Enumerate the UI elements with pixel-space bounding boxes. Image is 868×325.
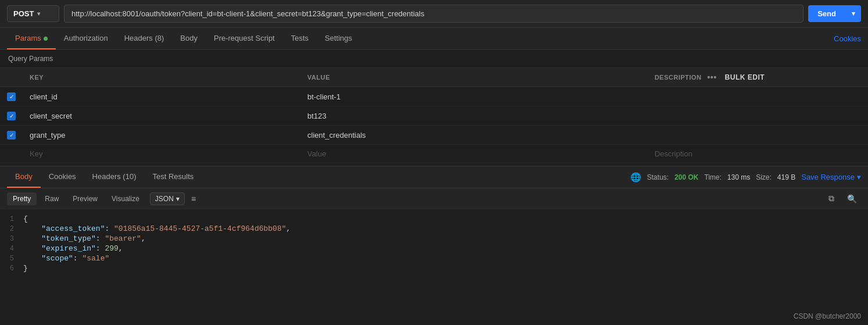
top-bar: POST ▾ Send ▾	[0, 0, 868, 28]
search-button[interactable]: 🔍	[843, 192, 861, 206]
fmt-tab-raw[interactable]: Raw	[39, 192, 64, 205]
row1-description[interactable]	[648, 87, 868, 106]
params-dot	[44, 37, 48, 41]
more-options-icon[interactable]: •••	[707, 73, 716, 82]
fmt-tab-preview[interactable]: Preview	[67, 192, 103, 205]
row1-checkbox[interactable]	[7, 92, 16, 101]
row2-checkbox[interactable]	[7, 112, 16, 120]
table-row-placeholder: Key Value Description	[0, 145, 868, 163]
row3-value[interactable]: client_credentials	[300, 126, 648, 145]
table-row: client_secret bt123	[0, 106, 868, 126]
method-chevron-icon: ▾	[37, 10, 40, 17]
status-label: Status:	[647, 173, 669, 181]
response-tab-body[interactable]: Body	[7, 166, 41, 188]
col-value: VALUE	[300, 68, 648, 87]
tab-tests[interactable]: Tests	[283, 28, 317, 49]
response-status-bar: 🌐 Status: 200 OK Time: 130 ms Size: 419 …	[630, 172, 861, 183]
description-placeholder: Description	[655, 149, 693, 158]
table-row: client_id bt-client-1	[0, 87, 868, 106]
send-dropdown-icon[interactable]: ▾	[846, 10, 861, 17]
response-tab-test-results[interactable]: Test Results	[144, 166, 202, 188]
tab-body[interactable]: Body	[172, 28, 206, 49]
code-line-3: 3 "token_type": "bearer",	[0, 234, 868, 244]
save-response-chevron: ▾	[857, 173, 861, 181]
time-label: Time:	[704, 173, 722, 181]
watermark: CSDN @butcher2000	[794, 312, 861, 320]
json-format-dropdown[interactable]: JSON ▾	[150, 192, 185, 205]
tab-authorization[interactable]: Authorization	[56, 28, 116, 49]
wrap-lines-button[interactable]: ≡	[187, 192, 200, 206]
globe-icon[interactable]: 🌐	[630, 172, 641, 183]
json-chevron-icon: ▾	[176, 195, 180, 203]
fmt-tab-visualize[interactable]: Visualize	[106, 192, 145, 205]
row1-value[interactable]: bt-client-1	[300, 87, 648, 106]
row2-value[interactable]: bt123	[300, 106, 648, 126]
tab-prerequest[interactable]: Pre-request Script	[206, 28, 283, 49]
response-tab-cookies[interactable]: Cookies	[41, 166, 84, 188]
code-line-4: 4 "expires_in": 299,	[0, 244, 868, 253]
format-toolbar: Pretty Raw Preview Visualize JSON ▾ ≡ ⧉ …	[0, 188, 868, 209]
save-response-button[interactable]: Save Response ▾	[801, 173, 861, 181]
row2-key[interactable]: client_secret	[23, 106, 300, 126]
code-line-2: 2 "access_token": "01856a15-8445-4527-a5…	[0, 224, 868, 234]
row3-description[interactable]	[648, 126, 868, 145]
params-table: KEY VALUE DESCRIPTION ••• Bulk Edit clie…	[0, 68, 868, 163]
time-value: 130 ms	[727, 173, 750, 181]
method-select[interactable]: POST ▾	[7, 5, 59, 22]
response-tab-headers[interactable]: Headers (10)	[84, 166, 145, 188]
tab-settings[interactable]: Settings	[317, 28, 360, 49]
response-tabs: Body Cookies Headers (10) Test Results 🌐…	[0, 166, 868, 188]
code-line-5: 5 "scope": "sale"	[0, 253, 868, 263]
row3-checkbox[interactable]	[7, 131, 16, 140]
method-label: POST	[13, 9, 34, 18]
send-label: Send	[808, 9, 845, 18]
code-line-1: 1 {	[0, 214, 868, 224]
code-line-6: 6 }	[0, 263, 868, 273]
bulk-edit-button[interactable]: Bulk Edit	[725, 73, 765, 81]
tab-params[interactable]: Params	[7, 28, 56, 49]
row2-description[interactable]	[648, 106, 868, 126]
query-params-label: Query Params	[0, 50, 868, 68]
col-description: DESCRIPTION ••• Bulk Edit	[648, 68, 868, 87]
cookies-link[interactable]: Cookies	[834, 34, 861, 43]
size-value: 419 B	[777, 173, 795, 181]
table-row: grant_type client_credentials	[0, 126, 868, 145]
send-button[interactable]: Send ▾	[808, 5, 861, 22]
copy-button[interactable]: ⧉	[824, 191, 838, 206]
col-key: KEY	[23, 68, 300, 87]
size-label: Size:	[756, 173, 772, 181]
fmt-tab-pretty[interactable]: Pretty	[7, 192, 37, 205]
url-input[interactable]	[64, 5, 804, 23]
row1-key[interactable]: client_id	[23, 87, 300, 106]
col-checkbox	[0, 68, 23, 87]
tab-headers[interactable]: Headers (8)	[116, 28, 173, 49]
json-response-body: 1 { 2 "access_token": "01856a15-8445-452…	[0, 209, 868, 278]
value-placeholder: Value	[307, 149, 326, 158]
request-tabs: Params Authorization Headers (8) Body Pr…	[0, 28, 868, 50]
key-placeholder: Key	[30, 149, 42, 158]
status-value: 200 OK	[675, 173, 698, 181]
row3-key[interactable]: grant_type	[23, 126, 300, 145]
response-section: Body Cookies Headers (10) Test Results 🌐…	[0, 166, 868, 278]
